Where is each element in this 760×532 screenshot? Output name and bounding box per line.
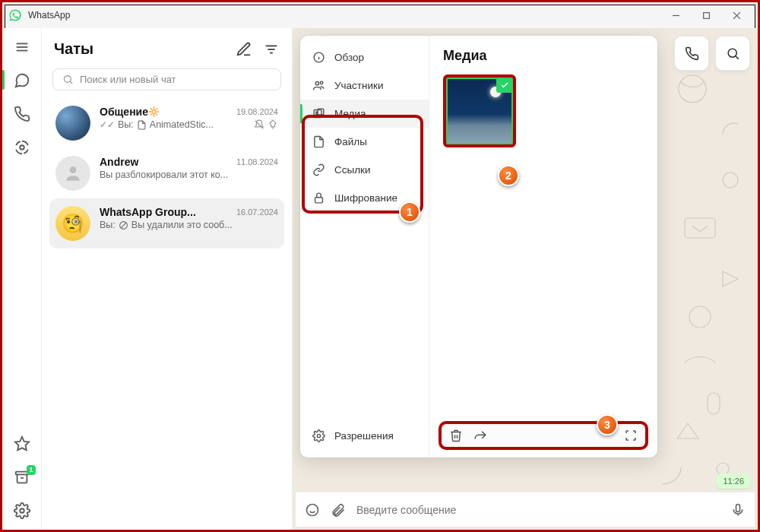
chat-date: 19.08.2024 [236,107,278,116]
svg-point-18 [70,166,77,173]
attach-icon[interactable] [331,502,346,518]
search-input[interactable]: Поиск или новый чат [52,68,281,90]
svg-point-7 [20,145,24,150]
menu-label: Разрешения [334,430,394,442]
menu-label: Ссылки [334,164,371,176]
chat-preview: Вы удалили это сооб... [131,220,233,230]
svg-rect-42 [736,504,740,511]
menu-label: Участники [334,80,384,91]
media-thumbnail[interactable] [443,74,516,147]
menu-label: Шифрование [334,192,397,204]
info-side-menu: Обзор Участники Медиа Файлы Ссылки Шифро… [300,36,429,458]
emoji-icon[interactable] [305,502,320,518]
svg-point-15 [65,76,71,83]
close-button[interactable] [721,5,752,26]
svg-point-21 [679,75,706,103]
svg-point-39 [307,504,318,515]
call-button[interactable] [674,36,709,71]
status-icon[interactable] [14,139,30,156]
settings-icon[interactable] [14,502,30,519]
avatar [55,106,90,141]
svg-rect-25 [708,393,720,414]
menu-label: Файлы [334,136,367,147]
whatsapp-logo-icon [8,8,22,22]
menu-icon[interactable] [14,39,30,55]
chat-date: 16.07.2024 [236,207,278,217]
minimize-button[interactable] [660,5,691,26]
maximize-button[interactable] [691,5,721,26]
sun-emoji-icon: 🔆 [148,106,160,117]
chat-preview: Вы разблокировали этот ко... [100,169,228,180]
menu-participants[interactable]: Участники [300,71,429,100]
chat-name: Andrew [100,156,138,168]
new-chat-icon[interactable] [236,41,252,58]
message-composer [296,492,755,527]
chat-list-title: Чаты [54,40,93,58]
menu-media[interactable]: Медиа [300,100,429,128]
media-pane: Медиа [429,36,657,458]
menu-files[interactable]: Файлы [300,128,429,156]
archive-icon[interactable]: 1 [14,469,30,486]
svg-marker-8 [14,437,28,450]
svg-rect-23 [685,218,715,238]
delete-icon[interactable] [449,429,463,442]
svg-point-38 [317,434,320,437]
main-area: 1 Чаты Поиск или новый чат Общение 🔆 19.… [2,28,758,530]
svg-point-24 [689,306,711,328]
delivered-icon: ✓✓ [100,119,115,130]
annotation-badge-2: 2 [498,165,519,186]
group-info-panel: Обзор Участники Медиа Файлы Ссылки Шифро… [300,36,657,458]
chat-list-header: Чаты [49,37,284,68]
chats-icon[interactable] [14,72,30,89]
titlebar: WhatsApp [2,2,758,28]
conversation-header-actions [674,36,750,71]
preview-prefix: Вы: [100,220,116,230]
nav-rail: 1 [2,28,42,530]
selection-frame-icon[interactable] [624,429,638,442]
chat-name: Общение [100,106,148,118]
svg-point-11 [20,508,24,513]
avatar: 🧐 [55,206,90,241]
svg-rect-9 [15,472,28,475]
chat-item[interactable]: Andrew 11.08.2024 Вы разблокировали этот… [49,148,284,198]
menu-permissions[interactable]: Разрешения [300,422,429,450]
svg-point-32 [315,82,318,85]
chat-list-panel: Чаты Поиск или новый чат Общение 🔆 19.08… [42,28,293,530]
svg-line-28 [736,56,739,59]
filter-icon[interactable] [263,41,280,58]
search-icon [62,74,74,85]
menu-overview[interactable]: Обзор [300,43,429,71]
calls-icon[interactable] [14,106,30,122]
chat-date: 11.08.2024 [236,157,278,166]
archive-badge: 1 [27,465,35,475]
svg-point-22 [723,173,738,188]
svg-point-33 [320,81,323,84]
svg-line-16 [70,81,72,84]
menu-links[interactable]: Ссылки [300,156,429,184]
search-in-chat-button[interactable] [715,36,750,71]
selected-check-icon [496,78,513,93]
message-input[interactable] [356,504,720,516]
svg-rect-1 [703,12,709,18]
pinned-icon [268,119,278,130]
blocked-icon [119,220,128,230]
media-title: Медиа [443,48,644,64]
annotation-badge-3: 3 [597,414,618,435]
chat-preview: AnimatedStic... [150,119,214,130]
chat-item[interactable]: 🧐 WhatsApp Group... 16.07.2024 Вы: Вы уд… [49,198,284,249]
chat-item[interactable]: Общение 🔆 19.08.2024 ✓✓ Вы: AnimatedStic… [49,98,284,148]
mic-icon[interactable] [730,502,746,518]
chat-name: WhatsApp Group... [100,206,196,218]
document-icon [137,120,147,130]
starred-icon[interactable] [14,435,30,452]
annotation-badge-1: 1 [399,201,420,223]
menu-label: Медиа [334,108,366,119]
window-title: WhatsApp [28,10,70,21]
svg-point-27 [728,49,736,57]
message-time: 11:26 [717,473,750,489]
conversation-area: Обзор Участники Медиа Файлы Ссылки Шифро… [293,28,758,530]
muted-icon [254,119,264,130]
svg-line-20 [121,222,127,228]
forward-icon[interactable] [473,429,487,442]
menu-label: Обзор [334,52,364,63]
